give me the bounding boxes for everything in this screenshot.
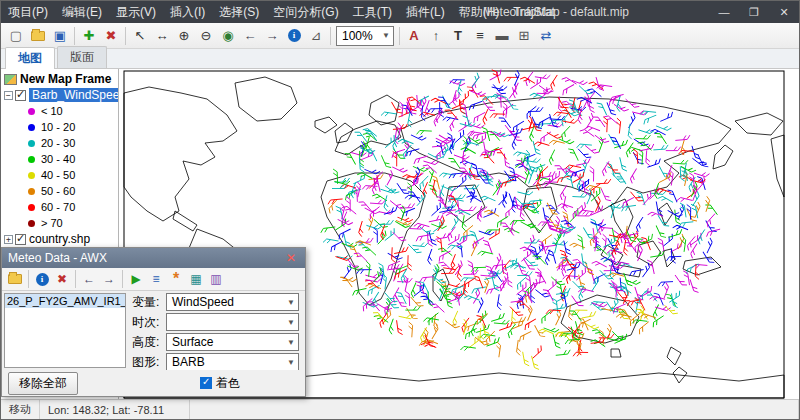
colored-checkbox[interactable] — [200, 377, 212, 389]
data-file-item[interactable]: 26_P_FY2G_AMV_IR1_OTG_2023062 — [5, 294, 125, 308]
data-list-icon[interactable]: ≡ — [146, 269, 166, 289]
legend-class-color-dot — [28, 204, 35, 211]
chevron-down-icon: ▼ — [287, 358, 295, 367]
zoom-next-icon[interactable]: → — [261, 25, 283, 47]
tab-map[interactable]: 地图 — [5, 47, 55, 69]
chevron-down-icon: ▼ — [287, 298, 295, 307]
form-row: 高度:Surface▼ — [132, 333, 299, 351]
zoom-out-icon[interactable]: ⊖ — [195, 25, 217, 47]
refresh-icon[interactable]: ⇄ — [535, 25, 557, 47]
menu-item-1[interactable]: 编辑(E) — [55, 5, 109, 19]
layer-node-country-shp[interactable]: +country.shp — [1, 231, 118, 247]
chart-icon[interactable]: ▥ — [206, 269, 226, 289]
previous-icon[interactable]: ← — [79, 269, 99, 289]
menu-item-6[interactable]: 工具(T) — [346, 5, 399, 19]
layer-node-barb-windspeed[interactable]: − Barb_WindSpeed — [1, 87, 118, 103]
tab-layout[interactable]: 版面 — [57, 46, 107, 68]
zoom-in-icon[interactable]: ⊕ — [173, 25, 195, 47]
add-layer-icon[interactable]: ✚ — [78, 25, 100, 47]
form-combo-2[interactable]: Surface▼ — [166, 333, 299, 351]
legend-class-label: < 10 — [41, 105, 63, 117]
legend-class-label: 30 - 40 — [41, 153, 75, 165]
toolbar-separator — [74, 27, 75, 45]
select-icon[interactable]: ↖ — [129, 25, 151, 47]
menu-item-7[interactable]: 插件(L) — [399, 5, 452, 19]
expand-toggle-icon[interactable]: + — [4, 235, 13, 244]
zoom-previous-icon[interactable]: ← — [239, 25, 261, 47]
legend-class-row[interactable]: 60 - 70 — [1, 199, 118, 215]
collapse-toggle-icon[interactable]: − — [4, 91, 13, 100]
toolbar-separator — [28, 270, 29, 288]
layer-name-label: Barb_WindSpeed — [29, 88, 119, 102]
map-frame-label: New Map Frame — [20, 72, 111, 86]
info-icon[interactable]: i — [32, 269, 52, 289]
remove-icon[interactable]: ✖ — [52, 269, 72, 289]
open-data-icon[interactable] — [5, 269, 25, 289]
menu-item-3[interactable]: 插入(I) — [163, 5, 212, 19]
menu-item-4[interactable]: 选择(S) — [212, 5, 266, 19]
maximize-button[interactable]: ❐ — [739, 1, 769, 23]
scale-bar-icon[interactable]: ▬ — [491, 25, 513, 47]
save-project-icon[interactable]: ▣ — [49, 25, 71, 47]
open-project-icon[interactable] — [27, 25, 49, 47]
legend-class-label: 20 - 30 — [41, 137, 75, 149]
menu-item-5[interactable]: 空间分析(G) — [266, 5, 345, 19]
text-icon[interactable]: T — [447, 25, 469, 47]
toolbar-separator — [125, 27, 126, 45]
dialog-bottom-bar: 移除全部 着色 — [2, 370, 305, 396]
colored-checkbox-row[interactable]: 着色 — [200, 375, 240, 392]
open-data-folder-glyph — [8, 274, 22, 284]
data-file-list[interactable]: 26_P_FY2G_AMV_IR1_OTG_2023062 — [4, 293, 126, 368]
form-label: 时次: — [132, 314, 166, 331]
zoom-level-combo[interactable]: 100%▼ — [336, 26, 394, 46]
form-label: 图形: — [132, 354, 166, 371]
minimize-button[interactable]: — — [709, 1, 739, 23]
combo-value: Surface — [172, 335, 213, 349]
table-icon[interactable]: ▦ — [186, 269, 206, 289]
form-combo-3[interactable]: BARB▼ — [166, 353, 299, 370]
legend-class-row[interactable]: 20 - 30 — [1, 135, 118, 151]
new-document-icon[interactable]: ▢ — [5, 25, 27, 47]
menu-item-0[interactable]: 项目(P) — [1, 5, 55, 19]
animate-icon[interactable]: ▶ — [126, 269, 146, 289]
map-frame-node[interactable]: New Map Frame — [1, 71, 118, 87]
remove-layer-icon[interactable]: ✖ — [100, 25, 122, 47]
form-combo-1[interactable]: ▼ — [166, 313, 299, 331]
label-icon[interactable]: A — [403, 25, 425, 47]
dialog-toolbar: i✖←→▶≡*▦▥ — [2, 268, 305, 291]
layer-visibility-checkbox[interactable] — [15, 90, 26, 101]
layer-visibility-checkbox[interactable] — [15, 234, 26, 245]
toolbar-separator — [330, 27, 331, 45]
dialog-titlebar[interactable]: Meteo Data - AWX ✕ — [2, 248, 305, 268]
view-tabstrip: 地图版面 — [1, 49, 799, 69]
dialog-title: Meteo Data - AWX — [8, 251, 283, 265]
legend-class-row[interactable]: 50 - 60 — [1, 183, 118, 199]
dialog-form: 变量:WindSpeed▼时次:▼高度:Surface▼图形:BARB▼ — [128, 291, 305, 370]
dialog-close-icon[interactable]: ✕ — [283, 251, 299, 265]
info-glyph: i — [36, 273, 49, 286]
measure-icon[interactable]: ⊿ — [305, 25, 327, 47]
close-button[interactable]: ✕ — [769, 1, 799, 23]
legend-class-row[interactable]: < 10 — [1, 103, 118, 119]
legend-class-row[interactable]: > 70 — [1, 215, 118, 231]
status-spacer — [190, 400, 799, 419]
legend-class-list: < 1010 - 2020 - 3030 - 4040 - 5050 - 606… — [1, 103, 118, 231]
draw-icon[interactable]: * — [166, 269, 186, 289]
legend-icon[interactable]: ≡ — [469, 25, 491, 47]
full-extent-icon[interactable]: ◉ — [217, 25, 239, 47]
colored-checkbox-label: 着色 — [216, 375, 240, 392]
meteo-data-dialog: Meteo Data - AWX ✕ i✖←→▶≡*▦▥ 26_P_FY2G_A… — [1, 247, 306, 397]
legend-class-row[interactable]: 40 - 50 — [1, 167, 118, 183]
legend-class-row[interactable]: 30 - 40 — [1, 151, 118, 167]
legend-class-row[interactable]: 10 - 20 — [1, 119, 118, 135]
legend-class-color-dot — [28, 156, 35, 163]
next-icon[interactable]: → — [99, 269, 119, 289]
remove-all-button[interactable]: 移除全部 — [8, 372, 78, 395]
legend-class-color-dot — [28, 140, 35, 147]
menu-item-2[interactable]: 显示(V) — [109, 5, 163, 19]
grid-icon[interactable]: ⊞ — [513, 25, 535, 47]
pan-icon[interactable]: ↔ — [151, 25, 173, 47]
north-arrow-icon[interactable]: ↑ — [425, 25, 447, 47]
identify-icon[interactable]: i — [283, 25, 305, 47]
form-combo-0[interactable]: WindSpeed▼ — [166, 293, 299, 311]
